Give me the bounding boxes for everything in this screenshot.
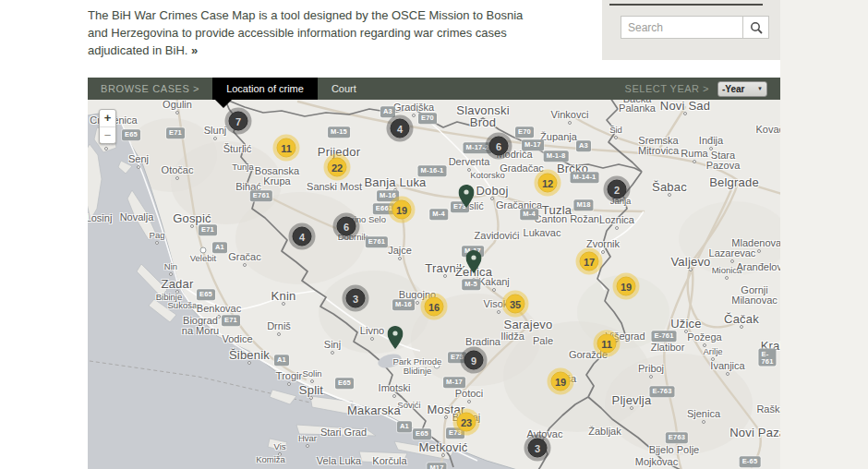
cluster-marker-yellow[interactable]: 23 xyxy=(457,413,476,432)
cluster-marker-yellow[interactable]: 35 xyxy=(506,295,525,314)
cluster-marker-dark[interactable]: 6 xyxy=(337,217,356,236)
map-town-label: Ogulin xyxy=(163,100,192,110)
map-town-label: Novi Sad xyxy=(660,100,710,113)
town-dot xyxy=(726,372,729,376)
map-town-label: Kovači xyxy=(755,124,780,135)
map-town-label: Loznica xyxy=(599,214,634,225)
cluster-marker-dark[interactable]: 4 xyxy=(391,119,410,138)
map-town-label: Pag xyxy=(150,230,165,240)
map-town-label: Aranđelovac xyxy=(736,261,780,272)
map-town-label: Zlatibor xyxy=(651,342,685,353)
town-dot xyxy=(490,197,494,200)
road-badge: M-4 xyxy=(520,209,538,220)
town-dot xyxy=(702,420,705,424)
town-dot xyxy=(213,137,217,140)
search-button[interactable] xyxy=(743,16,769,39)
cluster-marker-dark[interactable]: 6 xyxy=(489,137,509,156)
cluster-marker-dark[interactable]: 3 xyxy=(346,289,366,308)
map-town-label: Gradiška xyxy=(393,102,434,113)
location-pin-icon[interactable] xyxy=(388,326,404,349)
cluster-marker-dark[interactable]: 2 xyxy=(608,180,627,199)
town-dot xyxy=(668,193,671,197)
map-town-label: na Moru xyxy=(182,325,219,336)
intro-paragraph: The BiH War Crimes Case Map is a tool de… xyxy=(88,8,523,57)
town-dot xyxy=(137,165,140,169)
cluster-marker-yellow[interactable]: 17 xyxy=(580,252,599,271)
town-dot xyxy=(392,394,396,398)
road-badge: M-17 xyxy=(522,139,544,150)
cluster-marker-yellow[interactable]: 19 xyxy=(617,277,636,296)
map-town-label: Losinj xyxy=(88,212,112,223)
road-badge: A1 xyxy=(397,421,412,432)
intro-text: The BiH War Crimes Case Map is a tool de… xyxy=(88,6,533,59)
road-badge: M-15 xyxy=(328,126,350,138)
cluster-marker-yellow[interactable]: 12 xyxy=(538,174,558,193)
map-town-label: Drniš xyxy=(267,320,291,331)
town-dot xyxy=(398,257,402,260)
town-dot xyxy=(730,259,734,263)
map-town-label: Lukavac xyxy=(524,227,561,238)
year-dropdown-value: -Year xyxy=(722,84,744,94)
location-pin-icon[interactable] xyxy=(459,185,475,208)
cluster-marker-dark[interactable]: 4 xyxy=(293,227,312,247)
road-badge: M-4 xyxy=(429,209,448,220)
search-input[interactable] xyxy=(621,16,743,39)
map-town-label: Zvornik xyxy=(586,238,620,249)
cluster-marker-dark[interactable]: 9 xyxy=(464,351,484,370)
map-town-label: Vodice xyxy=(222,333,252,344)
cluster-marker-dark[interactable]: 3 xyxy=(528,439,548,458)
map-town-label: Avtovac xyxy=(527,428,563,439)
map-town-label: Mladenovac xyxy=(731,237,780,248)
map-canvas[interactable]: + − OgulinCrikvenicaKrkSenjSlunjŠturlićT… xyxy=(88,100,780,469)
map-town-label: Mojkovac xyxy=(635,456,678,467)
map-town-label: Šabac xyxy=(652,180,687,194)
cluster-marker-yellow[interactable]: 16 xyxy=(425,297,444,317)
map-town-label: Makarska xyxy=(347,403,401,417)
town-dot xyxy=(370,337,374,341)
map-town-label: Požega xyxy=(687,331,721,343)
map-town-label: Metković xyxy=(419,440,468,454)
panel-top-rule xyxy=(609,4,763,6)
cluster-marker-yellow[interactable]: 22 xyxy=(328,158,347,177)
map-town-label: Novi Pazar xyxy=(729,426,780,439)
location-pin-icon[interactable] xyxy=(466,250,482,273)
cluster-marker-yellow[interactable]: 11 xyxy=(277,138,296,158)
map-town-label: Milanovac xyxy=(731,295,778,306)
page-right-margin xyxy=(780,0,868,469)
town-dot xyxy=(740,325,743,329)
town-dot xyxy=(757,249,761,253)
map-town-label: Imotski xyxy=(379,382,411,393)
town-dot xyxy=(649,375,653,379)
tab-court[interactable]: Court xyxy=(318,78,370,100)
map-town-label: Senj xyxy=(128,153,149,164)
map-town-label: Županja xyxy=(540,131,577,142)
search-icon xyxy=(750,21,763,34)
tab-location-of-crime[interactable]: Location of crime xyxy=(212,78,318,100)
town-dot xyxy=(412,114,416,117)
road-badge: M-5 xyxy=(462,279,480,290)
road-badge: E71 xyxy=(166,127,185,138)
cluster-marker-yellow[interactable]: 19 xyxy=(392,200,412,220)
cluster-marker-dark[interactable]: 7 xyxy=(229,112,248,131)
town-dot xyxy=(725,276,729,280)
town-dot xyxy=(169,272,173,276)
map-town-label: Sarajevo xyxy=(504,318,553,331)
cluster-marker-yellow[interactable]: 11 xyxy=(597,334,617,354)
road-badge: A1 xyxy=(274,355,289,366)
map-town-label: Zadar xyxy=(162,277,194,291)
map-town-label: Split xyxy=(299,383,323,397)
zoom-in-button[interactable]: + xyxy=(100,110,115,126)
road-badge: E-761 xyxy=(651,331,676,342)
map-town-label: Hvar xyxy=(298,433,317,443)
browse-cases-button[interactable]: BROWSE CASES > xyxy=(88,78,212,100)
read-more-link[interactable]: » xyxy=(191,43,199,57)
zoom-out-button[interactable]: − xyxy=(100,126,115,143)
map-town-label: Čačak xyxy=(724,312,759,326)
year-dropdown[interactable]: -Year ▼ xyxy=(717,81,767,97)
map-town-label: Priboj xyxy=(638,363,664,374)
town-dot xyxy=(287,382,291,386)
map-town-label: Lazarevac xyxy=(709,247,756,259)
cluster-marker-yellow[interactable]: 19 xyxy=(551,372,571,391)
map-town-label: Banja Luka xyxy=(364,175,426,189)
town-dot xyxy=(155,241,159,245)
